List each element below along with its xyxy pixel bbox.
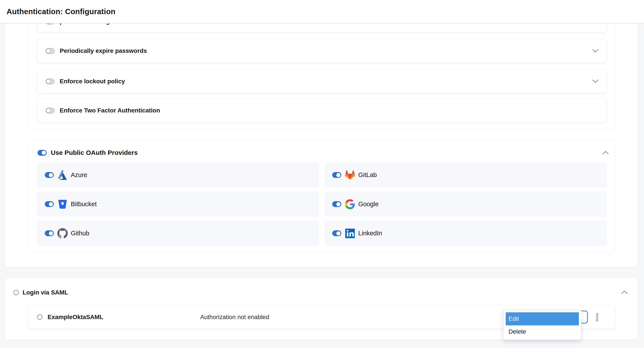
google-toggle[interactable] bbox=[332, 201, 341, 207]
toggle-knob bbox=[48, 172, 54, 178]
oauth-group-title: Use Public OAuth Providers bbox=[51, 149, 138, 156]
chevron-down-icon[interactable] bbox=[592, 49, 598, 53]
provider-name: Azure bbox=[71, 171, 87, 179]
provider-tile-bitbucket[interactable]: Bitbucket bbox=[37, 191, 319, 217]
gitlab-toggle[interactable] bbox=[332, 172, 341, 178]
row-label: Enforce lockout policy bbox=[60, 78, 125, 85]
linkedin-toggle[interactable] bbox=[332, 230, 341, 236]
chevron-down-icon[interactable] bbox=[592, 80, 598, 83]
provider-name: Github bbox=[71, 230, 89, 237]
provider-name: GitLab bbox=[358, 171, 377, 179]
linkedin-icon bbox=[345, 228, 355, 239]
toggle-knob bbox=[336, 202, 341, 207]
chevron-up-icon[interactable] bbox=[621, 290, 628, 294]
menu-item-delete[interactable]: Delete bbox=[506, 325, 579, 338]
row-enforce-lockout-policy[interactable]: Enforce lockout policy bbox=[37, 69, 607, 93]
page-title: Authentication: Configuration bbox=[6, 7, 116, 16]
toggle-knob bbox=[336, 231, 341, 236]
toggle-knob bbox=[46, 79, 51, 84]
kebab-dot bbox=[596, 313, 598, 316]
google-icon bbox=[345, 199, 355, 210]
saml-provider-name: ExampleOktaSAML bbox=[48, 314, 103, 321]
provider-name: LinkedIn bbox=[358, 230, 382, 237]
toggle-knob bbox=[46, 49, 51, 54]
toggle-knob bbox=[41, 150, 46, 155]
row-label: Periodically expire passwords bbox=[60, 47, 147, 54]
provider-name: Bitbucket bbox=[71, 201, 96, 208]
github-toggle[interactable] bbox=[45, 230, 54, 236]
gitlab-icon bbox=[345, 170, 355, 180]
row-periodically-expire-passwords[interactable]: Periodically expire passwords bbox=[37, 39, 607, 63]
saml-section-title: Login via SAML bbox=[22, 289, 68, 296]
github-icon bbox=[57, 228, 68, 239]
lockout-policy-toggle[interactable] bbox=[46, 79, 55, 84]
azure-icon bbox=[57, 170, 68, 180]
password-policy-group: password settings Periodically expire pa… bbox=[28, 17, 615, 129]
row-label: Enforce Two Factor Authentication bbox=[60, 107, 160, 114]
toggle-knob bbox=[48, 231, 54, 236]
toggle-knob bbox=[48, 202, 54, 207]
kebab-dot bbox=[596, 316, 598, 318]
row-enforce-two-factor-authentication[interactable]: Enforce Two Factor Authentication bbox=[37, 99, 607, 122]
toggle-knob bbox=[46, 108, 51, 113]
azure-toggle[interactable] bbox=[45, 172, 54, 178]
chevron-up-icon[interactable] bbox=[602, 151, 609, 154]
oauth-group-header: Use Public OAuth Providers bbox=[38, 149, 138, 156]
page-header: Authentication: Configuration bbox=[0, 0, 644, 24]
provider-name: Google bbox=[358, 201, 379, 208]
two-factor-toggle[interactable] bbox=[46, 108, 55, 113]
saml-provider-status: Authorization not enabled bbox=[200, 314, 269, 321]
bitbucket-icon bbox=[57, 199, 68, 210]
provider-tile-google[interactable]: Google bbox=[324, 191, 607, 217]
saml-radio[interactable] bbox=[14, 290, 19, 295]
oauth-providers-group: Use Public OAuth Providers Azure bbox=[28, 139, 615, 253]
menu-item-edit[interactable]: Edit bbox=[506, 312, 579, 325]
provider-tile-linkedin[interactable]: LinkedIn bbox=[324, 221, 607, 246]
kebab-dot bbox=[596, 319, 598, 321]
toggle-knob bbox=[336, 172, 341, 178]
saml-provider-radio[interactable] bbox=[37, 314, 42, 320]
expire-passwords-toggle[interactable] bbox=[46, 48, 55, 54]
use-public-oauth-toggle[interactable] bbox=[38, 150, 47, 156]
bitbucket-toggle[interactable] bbox=[45, 201, 54, 207]
provider-tile-github[interactable]: Github bbox=[37, 221, 319, 246]
provider-tile-gitlab[interactable]: GitLab bbox=[324, 162, 607, 188]
auth-settings-panel: password settings Periodically expire pa… bbox=[5, 10, 638, 267]
oauth-provider-grid: Azure GitLab bbox=[37, 162, 607, 246]
kebab-menu-icon[interactable] bbox=[594, 313, 600, 321]
saml-section-header: Login via SAML bbox=[14, 289, 68, 296]
context-menu: Edit Delete bbox=[503, 310, 582, 340]
provider-tile-azure[interactable]: Azure bbox=[37, 162, 319, 188]
